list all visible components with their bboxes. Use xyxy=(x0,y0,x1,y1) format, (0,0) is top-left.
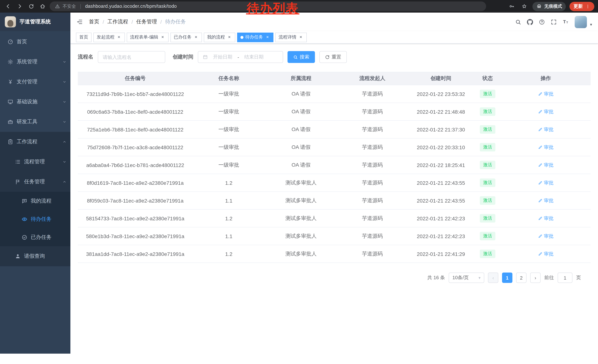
sidebar-item-task-management[interactable]: 任务管理 xyxy=(0,172,70,192)
sidebar-item-process-management[interactable]: 流程管理 xyxy=(0,152,70,172)
back-icon[interactable] xyxy=(4,2,13,11)
table-row: 580e1b3d-7ac8-11ec-a9e2-a2380e71991a 1.1… xyxy=(78,227,590,245)
avatar[interactable] xyxy=(575,16,587,28)
sidebar-item-done-tasks[interactable]: 已办任务 xyxy=(0,228,70,246)
sidebar-item-my-processes[interactable]: 我的流程 xyxy=(0,192,70,210)
clipboard-icon xyxy=(8,139,13,145)
edit-pencil-icon xyxy=(538,127,542,132)
address-bar[interactable]: 不安全 dashboard.yudao.iocoder.cn/bpm/task/… xyxy=(50,1,486,11)
table-row: 069c6a63-7b8a-11ec-8ef0-acde48001122 一级审… xyxy=(78,103,590,121)
status-badge: 激活 xyxy=(480,196,495,205)
page-content: 流程名 创建时间 开始日期 - 结束日期 搜索 xyxy=(70,44,598,364)
goto-page-input[interactable] xyxy=(558,273,573,283)
approve-link[interactable]: 审批 xyxy=(538,233,554,239)
cell-process: OA 请假 xyxy=(265,144,337,151)
cell-task-id: 580e1b3d-7ac8-11ec-a9e2-a2380e71991a xyxy=(78,233,193,239)
cell-starter: 芋道源码 xyxy=(337,215,407,222)
breadcrumb-task-management[interactable]: 任务管理 xyxy=(136,18,157,25)
table-row: 381aa1dd-7ac8-11ec-a9e2-a2380e71991a 1.2… xyxy=(78,245,590,263)
approve-link[interactable]: 审批 xyxy=(538,90,554,97)
reload-icon[interactable] xyxy=(27,2,36,11)
search-icon[interactable] xyxy=(515,19,522,25)
sidebar-item-home[interactable]: 首页 xyxy=(0,32,70,52)
breadcrumb-workflow[interactable]: 工作流程 xyxy=(108,18,128,25)
reset-button[interactable]: 重置 xyxy=(319,51,347,63)
close-icon[interactable]: × xyxy=(227,35,232,40)
sidebar-item-system-management[interactable]: 系统管理 xyxy=(0,52,70,72)
sidebar-item-payment-management[interactable]: 支付管理 xyxy=(0,72,70,92)
help-icon[interactable] xyxy=(539,19,545,25)
sidebar-item-leave-query[interactable]: 请假查询 xyxy=(0,246,70,266)
font-size-icon[interactable] xyxy=(563,18,569,25)
tab-process-detail[interactable]: 流程详情 × xyxy=(275,32,307,42)
fullscreen-icon[interactable] xyxy=(551,19,557,25)
page-button-1[interactable]: 1 xyxy=(502,273,512,283)
cell-task-name: 一级审批 xyxy=(193,90,265,97)
column-actions: 操作 xyxy=(501,75,590,82)
cell-task-id: 725a1eb6-7b88-11ec-8ef0-acde48001122 xyxy=(78,126,193,132)
approve-link[interactable]: 审批 xyxy=(538,108,554,115)
key-icon[interactable] xyxy=(507,2,516,11)
next-page-button[interactable]: › xyxy=(530,273,540,283)
cell-process: 测试多审批人 xyxy=(265,179,337,186)
cell-create-time: 2022-01-21 22:43:55 xyxy=(407,180,474,186)
tab-done-tasks[interactable]: 已办任务 × xyxy=(170,32,202,42)
sidebar-item-dev-tools[interactable]: 研发工具 xyxy=(0,112,70,132)
cell-starter: 芋道源码 xyxy=(337,197,407,204)
start-date-placeholder: 开始日期 xyxy=(213,54,232,60)
approve-link[interactable]: 审批 xyxy=(538,162,554,168)
page-button-2[interactable]: 2 xyxy=(516,273,526,283)
chevron-down-icon: ▾ xyxy=(590,22,592,28)
tab-my-processes[interactable]: 我的流程 × xyxy=(204,32,235,42)
table-row: 8f0d1619-7ac8-11ec-a9e2-a2380e71991a 1.2… xyxy=(78,174,590,192)
home-icon[interactable] xyxy=(38,2,47,11)
edit-pencil-icon xyxy=(538,92,542,96)
eye-icon xyxy=(22,216,27,222)
cell-create-time: 2022-01-22 18:25:41 xyxy=(407,162,474,168)
cell-task-id: 75d72608-7b7f-11ec-a3c8-acde48001122 xyxy=(78,144,193,150)
cell-actions: 审批 xyxy=(501,108,590,115)
approve-link[interactable]: 审批 xyxy=(538,251,554,257)
approve-link[interactable]: 审批 xyxy=(538,144,554,151)
tab-start-process[interactable]: 发起流程 × xyxy=(93,32,125,42)
close-icon[interactable]: × xyxy=(160,35,165,40)
edit-pencil-icon xyxy=(538,198,542,203)
close-icon[interactable]: × xyxy=(116,35,122,40)
close-icon[interactable]: × xyxy=(193,35,199,40)
cell-process: OA 请假 xyxy=(265,162,337,168)
omnibox-divider xyxy=(80,4,81,9)
update-button[interactable]: 更新 xyxy=(569,2,594,11)
cell-process: 测试多审批人 xyxy=(265,233,337,239)
approve-link[interactable]: 审批 xyxy=(538,197,554,204)
cell-task-name: 1.1 xyxy=(193,198,265,203)
cell-actions: 审批 xyxy=(501,197,590,204)
bookmark-star-icon[interactable] xyxy=(520,2,529,11)
github-icon[interactable] xyxy=(527,19,533,25)
app-window: 芋道管理系统 首页 系统管理 支付管理 xyxy=(0,13,598,364)
approve-link[interactable]: 审批 xyxy=(538,179,554,186)
approve-link[interactable]: 审批 xyxy=(538,126,554,133)
tab-todo-tasks[interactable]: 待办任务 × xyxy=(237,32,274,42)
page-size-select[interactable]: 10条/页 ▾ xyxy=(449,273,484,283)
prev-page-button[interactable]: ‹ xyxy=(488,273,498,283)
breadcrumb-current: 待办任务 xyxy=(165,18,186,25)
sidebar-item-todo-tasks[interactable]: 待办任务 xyxy=(0,210,70,228)
tab-home[interactable]: 首页 xyxy=(76,32,91,42)
sidebar-item-workflow[interactable]: 工作流程 xyxy=(0,132,70,152)
breadcrumb-home[interactable]: 首页 xyxy=(89,18,99,25)
search-button[interactable]: 搜索 xyxy=(288,51,315,63)
process-name-input[interactable] xyxy=(103,54,160,60)
forward-icon[interactable] xyxy=(15,2,24,11)
chevron-down-icon xyxy=(62,160,67,164)
close-icon[interactable]: × xyxy=(265,35,270,40)
tab-process-form-edit[interactable]: 流程表单-编辑 × xyxy=(127,32,169,42)
close-icon[interactable]: × xyxy=(298,35,303,40)
cell-status: 激活 xyxy=(474,214,501,223)
approve-link[interactable]: 审批 xyxy=(538,215,554,222)
status-badge: 激活 xyxy=(480,214,495,223)
hamburger-icon[interactable] xyxy=(76,18,83,25)
date-range-picker[interactable]: 开始日期 - 结束日期 xyxy=(198,51,283,63)
cell-status: 激活 xyxy=(474,125,501,134)
column-starter: 流程发起人 xyxy=(337,75,407,82)
sidebar-item-infrastructure[interactable]: 基础设施 xyxy=(0,92,70,112)
